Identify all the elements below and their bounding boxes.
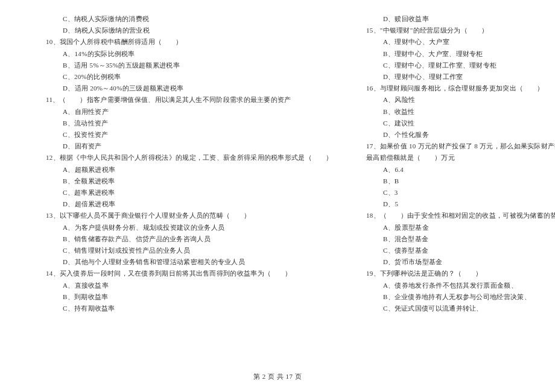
- text-line: 16、与理财顾问服务相比，综合理财服务更加突出（ ）: [349, 83, 555, 94]
- text-line: A、6.4: [349, 164, 555, 175]
- text-line: 17、如果价值 10 万元的财产投保了 8 万元，那么如果实际财产损失是 8 万…: [349, 141, 555, 152]
- text-line: B、理财中心、大户室、理财专柜: [349, 48, 555, 60]
- text-line: A、14%的实际比例税率: [29, 48, 332, 60]
- text-line: D、赎回收益率: [349, 13, 555, 25]
- text-line: B、到期收益率: [29, 291, 332, 303]
- text-line: 15、"中银理财"的经营层级分为（ ）: [349, 25, 555, 36]
- text-line: 14、买入债券后一段时间，又在债券到期日前将其出售而得到的收益率为（ ）: [29, 268, 332, 279]
- text-line: B、销售储蓄存款产品、信贷产品的业务咨询人员: [29, 233, 332, 245]
- text-line: C、20%的比例税率: [29, 71, 332, 83]
- text-line: C、凭证式国债可以流通并转让、: [349, 303, 555, 314]
- page-content: C、纳税人实际缴纳的消费税D、纳税人实际缴纳的营业税10、我国个人所得税中稿酬所…: [0, 0, 555, 314]
- text-line: A、自用性资产: [29, 106, 332, 118]
- text-line: B、混合型基金: [349, 233, 555, 245]
- text-line: A、理财中心、大户室: [349, 36, 555, 48]
- text-line: C、理财中心、理财工作室、理财专柜: [349, 60, 555, 71]
- text-line: 11、（ ）指客户需要增值保值、用以满足其人生不同阶段需求的最主要的资产: [29, 94, 332, 106]
- text-line: 18、（ ）由于安全性和相对固定的收益，可被视为储蓄的替代品。: [349, 210, 555, 221]
- text-line: B、收益性: [349, 106, 555, 118]
- page-footer: 第 2 页 共 17 页: [0, 372, 555, 381]
- text-line: C、持有期收益率: [29, 303, 332, 314]
- text-line: C、3: [349, 187, 555, 198]
- text-line: C、纳税人实际缴纳的消费税: [29, 13, 332, 25]
- text-line: D、5: [349, 198, 555, 210]
- text-line: A、股票型基金: [349, 222, 555, 233]
- text-line: 13、以下哪些人员不属于商业银行个人理财业务人员的范畴（ ）: [29, 210, 332, 221]
- text-line: C、超率累进税率: [29, 187, 332, 198]
- text-line: 最高赔偿额就是（ ）万元: [349, 152, 555, 163]
- text-line: 19、下列哪种说法是正确的？（ ）: [349, 268, 555, 279]
- text-line: 12、根据《中华人民共和国个人所得税法》的规定，工资、薪金所得采用的税率形式是（…: [29, 152, 332, 163]
- text-line: D、货币市场型基金: [349, 256, 555, 268]
- text-line: 10、我国个人所得税中稿酬所得适用（ ）: [29, 36, 332, 48]
- left-column: C、纳税人实际缴纳的消费税D、纳税人实际缴纳的营业税10、我国个人所得税中稿酬所…: [29, 13, 332, 314]
- text-line: B、流动性资产: [29, 118, 332, 129]
- right-column: D、赎回收益率15、"中银理财"的经营层级分为（ ）A、理财中心、大户室B、理财…: [349, 13, 555, 314]
- text-line: A、为客户提供财务分析、规划或投资建议的业务人员: [29, 222, 332, 233]
- text-line: C、建议性: [349, 118, 555, 129]
- text-line: D、个性化服务: [349, 129, 555, 141]
- text-line: C、债券型基金: [349, 245, 555, 256]
- text-line: A、债券地发行条件不包括其发行票面金额、: [349, 280, 555, 291]
- text-line: D、其他与个人理财业务销售和管理活动紧密相关的专业人员: [29, 256, 332, 268]
- text-line: D、固有资产: [29, 141, 332, 152]
- text-line: D、超倍累进税率: [29, 198, 332, 210]
- text-line: A、超额累进税率: [29, 164, 332, 175]
- text-line: B、B: [349, 175, 555, 187]
- text-line: B、企业债券地持有人无权参与公司地经营决策、: [349, 291, 555, 303]
- text-line: B、适用 5%～35%的五级超额累进税率: [29, 60, 332, 71]
- text-line: D、适用 20%～40%的三级超额累进税率: [29, 83, 332, 94]
- text-line: A、直接收益率: [29, 280, 332, 291]
- text-line: B、全额累进税率: [29, 175, 332, 187]
- text-line: C、销售理财计划或投资性产品的业务人员: [29, 245, 332, 256]
- text-line: D、理财中心、理财工作室: [349, 71, 555, 83]
- text-line: C、投资性资产: [29, 129, 332, 141]
- text-line: A、风险性: [349, 94, 555, 106]
- text-line: D、纳税人实际缴纳的营业税: [29, 25, 332, 36]
